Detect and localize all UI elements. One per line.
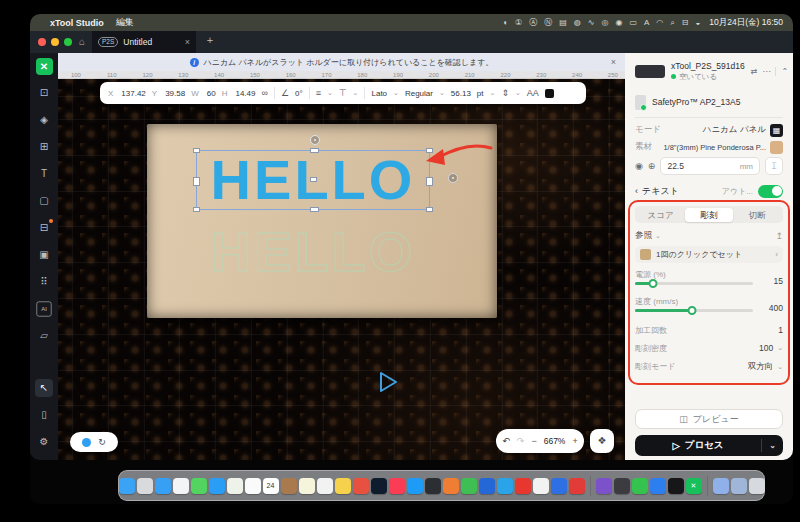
wave-icon[interactable]: ∿	[588, 18, 595, 27]
auto-measure-icon[interactable]: ⊕	[648, 161, 656, 171]
chevron-down-icon[interactable]: ⌄	[490, 89, 496, 97]
dock-app-purple[interactable]	[596, 478, 612, 494]
dock-freeform[interactable]	[335, 478, 351, 494]
dock-music[interactable]	[389, 478, 405, 494]
dock-app-red[interactable]	[353, 478, 369, 494]
mode-value[interactable]: ハニカム パネル	[703, 124, 766, 136]
thickness-input[interactable]: 22.5 mm	[660, 157, 760, 175]
tab-cut[interactable]: 切断	[733, 208, 781, 222]
camera-icon[interactable]: ◉	[635, 161, 643, 171]
pill-icon[interactable]: ◍	[574, 18, 581, 27]
chevron-down-icon[interactable]: ⌄	[393, 89, 399, 97]
window-close-button[interactable]	[38, 38, 46, 46]
input-source-icon[interactable]: A	[644, 18, 649, 27]
shield-icon[interactable]: ①	[515, 18, 522, 27]
dock-app-white[interactable]	[533, 478, 549, 494]
dock-app-dark[interactable]	[614, 478, 630, 494]
redo-icon[interactable]: ↷	[517, 436, 525, 446]
contrast-icon[interactable]: ◐	[503, 18, 508, 27]
dock-appstore[interactable]	[407, 478, 423, 494]
input-a-icon[interactable]: Ⓐ	[529, 17, 537, 28]
dock-mail[interactable]	[209, 478, 225, 494]
dock-safari[interactable]	[155, 478, 171, 494]
dock-terminal[interactable]	[425, 478, 441, 494]
side-rotate-handle[interactable]	[448, 173, 458, 183]
window-zoom-button[interactable]	[64, 38, 72, 46]
shape-tool-icon[interactable]: ▢	[35, 192, 53, 210]
passes-value[interactable]: 1	[778, 325, 783, 335]
dock-app-crimson[interactable]	[515, 478, 531, 494]
dock-messages[interactable]	[191, 478, 207, 494]
notion-icon[interactable]: Ⓝ	[544, 17, 552, 28]
camera-toggle-icon[interactable]	[82, 438, 91, 447]
more-icon[interactable]: ⋯	[762, 67, 770, 76]
xtool-logo[interactable]: ✕	[36, 58, 53, 75]
font-unit-select[interactable]: pt	[477, 89, 484, 98]
align-icon[interactable]: ≡	[316, 88, 321, 98]
app-menu-title[interactable]: xTool Studio	[50, 18, 104, 28]
export-icon[interactable]: ↥	[775, 231, 783, 241]
window-minimize-button[interactable]	[51, 38, 59, 46]
font-style-select[interactable]: Regular	[405, 89, 433, 98]
chevron-down-icon[interactable]: ⌄	[655, 232, 661, 240]
wifi-icon[interactable]: ◠	[656, 18, 663, 27]
chevron-down-icon[interactable]: ⌄	[515, 89, 521, 97]
tab-close-icon[interactable]: ×	[185, 37, 190, 47]
dock-folder-downloads[interactable]	[713, 478, 729, 494]
dock-notes[interactable]	[299, 478, 315, 494]
speed-slider-knob[interactable]	[687, 306, 696, 315]
valign-icon[interactable]: ⊤	[339, 88, 347, 98]
text-tool-icon[interactable]: T	[35, 165, 53, 183]
dock-app-orange[interactable]	[443, 478, 459, 494]
dock-folder-documents[interactable]	[731, 478, 747, 494]
banner-close-icon[interactable]: ×	[611, 57, 616, 67]
zoom-out-button[interactable]: −	[531, 436, 536, 446]
line-height-icon[interactable]: ⇕	[501, 88, 509, 98]
select-tool-icon[interactable]: ↖	[35, 379, 53, 397]
home-icon[interactable]: ⌂	[74, 34, 90, 50]
display-icon[interactable]: ▭	[629, 18, 637, 27]
process-button[interactable]: ▷ プロセス ⌄	[635, 435, 783, 456]
reference-label[interactable]: 参照	[635, 230, 652, 242]
switch-device-icon[interactable]: ⇄	[751, 67, 758, 76]
dock-maps[interactable]	[227, 478, 243, 494]
lock-ratio-icon[interactable]: ∞	[261, 88, 267, 98]
device-row[interactable]: xTool_P2S_591d16 空いている ⇄ ⋯ ⌃	[635, 58, 783, 84]
dock-calendar[interactable]: 24	[263, 478, 279, 494]
back-icon[interactable]: ‹	[635, 186, 638, 196]
resize-handle[interactable]	[193, 177, 200, 186]
insert-shape-icon[interactable]: ⊞	[35, 138, 53, 156]
dock-app-azure[interactable]	[551, 478, 567, 494]
resize-handle[interactable]	[193, 207, 200, 212]
h-value[interactable]: 14.49	[235, 89, 255, 98]
search-icon[interactable]: ⌕	[670, 18, 674, 28]
resize-handle[interactable]	[426, 207, 433, 212]
power-slider-knob[interactable]	[648, 279, 657, 288]
chevron-down-icon[interactable]: ⌄	[327, 89, 333, 97]
font-size-input[interactable]: 56.13	[451, 89, 471, 98]
engrave-mode-select[interactable]: 双方向⌄	[748, 361, 783, 373]
document-icon[interactable]: ▯	[35, 406, 53, 424]
duplicate-icon[interactable]: ▣	[35, 246, 53, 264]
globe-icon[interactable]: ◎	[601, 18, 608, 27]
measure-button[interactable]: ⌶	[765, 157, 783, 175]
dock-reminders[interactable]	[317, 478, 333, 494]
power-slider[interactable]	[635, 282, 753, 285]
process-options-chevron[interactable]: ⌄	[761, 439, 783, 452]
accessory-row[interactable]: SafetyPro™ AP2_13A5	[635, 91, 783, 113]
outline-toggle[interactable]	[758, 185, 783, 198]
w-value[interactable]: 60	[207, 89, 216, 98]
resize-handle[interactable]	[310, 148, 319, 153]
fill-color-swatch[interactable]	[545, 89, 554, 98]
import-icon[interactable]: ◈	[35, 111, 53, 129]
zoom-level[interactable]: 667%	[544, 436, 566, 446]
pan-tool-button[interactable]: ❖	[590, 429, 614, 453]
window-manager-icon[interactable]: ▤	[559, 18, 567, 27]
save-icon[interactable]: ⊡	[35, 84, 53, 102]
dock-chrome[interactable]	[173, 478, 189, 494]
dock-app-cobalt[interactable]	[650, 478, 666, 494]
angle-value[interactable]: 0°	[295, 89, 303, 98]
camera-refresh-icon[interactable]: ↻	[98, 437, 106, 447]
preview-button[interactable]: ◫ プレビュー	[635, 409, 783, 429]
selection-box[interactable]: HELLO	[196, 150, 430, 210]
